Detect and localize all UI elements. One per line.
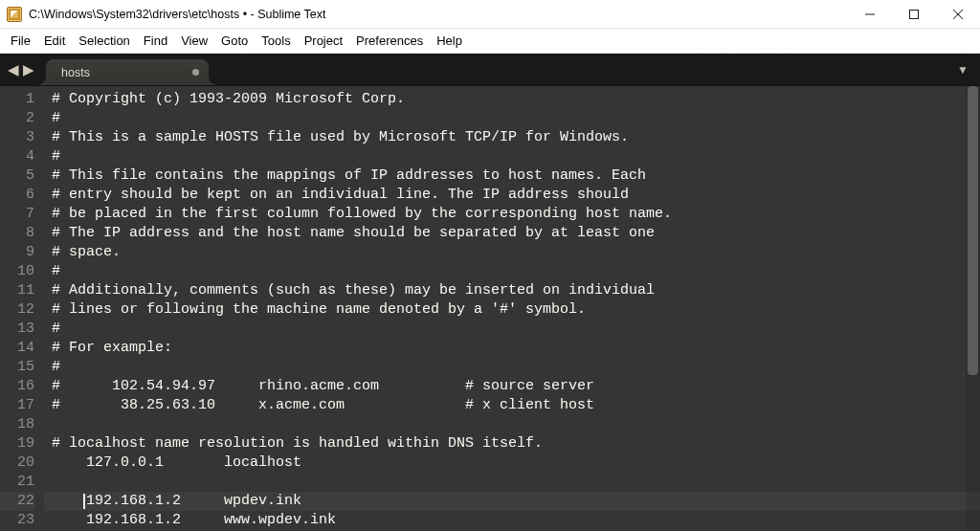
code-line[interactable]: # For example: — [44, 339, 980, 358]
code-line[interactable]: # This is a sample HOSTS file used by Mi… — [44, 128, 980, 147]
code-line[interactable]: # Copyright (c) 1993-2009 Microsoft Corp… — [44, 90, 980, 109]
line-number: 1 — [0, 90, 34, 109]
line-number: 23 — [0, 511, 34, 530]
close-icon — [953, 10, 963, 19]
code-line[interactable]: # 38.25.63.10 x.acme.com # x client host — [44, 396, 980, 415]
tab-nav-arrows: ◀ ▶ — [4, 62, 44, 77]
code-line[interactable]: # lines or following the machine name de… — [44, 300, 980, 320]
menu-help[interactable]: Help — [430, 32, 469, 50]
code-line[interactable]: # — [44, 358, 980, 377]
scroll-thumb[interactable] — [968, 86, 978, 375]
code-line[interactable]: 192.168.1.2 wpdev.ink — [44, 492, 980, 511]
window-title: C:\Windows\System32\drivers\etc\hosts • … — [29, 8, 326, 21]
line-number: 8 — [0, 224, 34, 243]
line-number: 19 — [0, 434, 34, 454]
code-line[interactable]: # localhost name resolution is handled w… — [44, 434, 980, 454]
code-line[interactable]: # Additionally, comments (such as these)… — [44, 281, 980, 300]
line-number: 17 — [0, 396, 34, 415]
code-line[interactable]: # entry should be kept on an individual … — [44, 186, 980, 205]
line-number: 13 — [0, 320, 34, 339]
menu-file[interactable]: File — [4, 32, 37, 50]
line-number: 10 — [0, 262, 34, 281]
editor[interactable]: 1234567891011121314151617181920212223 # … — [0, 86, 980, 531]
minimize-button[interactable] — [848, 0, 892, 28]
tab-label: hosts — [61, 66, 90, 79]
line-number-gutter: 1234567891011121314151617181920212223 — [0, 86, 44, 531]
menu-tools[interactable]: Tools — [255, 32, 297, 50]
line-number: 14 — [0, 339, 34, 358]
line-number: 15 — [0, 358, 34, 377]
menu-find[interactable]: Find — [137, 32, 174, 50]
tab-overflow-icon[interactable]: ▼ — [957, 63, 976, 77]
tab-nav-back-icon[interactable]: ◀ — [8, 62, 19, 77]
line-number: 5 — [0, 166, 34, 186]
maximize-icon — [909, 10, 919, 19]
code-line[interactable]: # space. — [44, 243, 980, 262]
code-line[interactable]: # 102.54.94.97 rhino.acme.com # source s… — [44, 377, 980, 396]
menu-preferences[interactable]: Preferences — [349, 32, 430, 50]
menu-bar: FileEditSelectionFindViewGotoToolsProjec… — [0, 29, 980, 54]
line-number: 20 — [0, 454, 34, 473]
menu-edit[interactable]: Edit — [37, 32, 72, 50]
line-number: 9 — [0, 243, 34, 262]
line-number: 6 — [0, 186, 34, 205]
line-number: 12 — [0, 300, 34, 320]
maximize-button[interactable] — [892, 0, 936, 28]
menu-selection[interactable]: Selection — [72, 32, 136, 50]
code-line[interactable]: # — [44, 147, 980, 166]
tab-nav-forward-icon[interactable]: ▶ — [23, 62, 34, 77]
vertical-scrollbar[interactable] — [966, 86, 980, 531]
code-line[interactable]: # be placed in the first column followed… — [44, 205, 980, 224]
svg-rect-1 — [910, 10, 919, 18]
line-number: 11 — [0, 281, 34, 300]
line-number: 22 — [0, 492, 34, 511]
line-number: 2 — [0, 109, 34, 128]
code-line[interactable]: # — [44, 262, 980, 281]
line-number: 18 — [0, 415, 34, 434]
code-line[interactable]: # This file contains the mappings of IP … — [44, 166, 980, 186]
tab-bar: ◀ ▶ hosts ▼ — [0, 54, 980, 86]
menu-goto[interactable]: Goto — [214, 32, 255, 50]
window-titlebar: C:\Windows\System32\drivers\etc\hosts • … — [0, 0, 980, 29]
code-line[interactable]: 127.0.0.1 localhost — [44, 454, 980, 473]
close-button[interactable] — [936, 0, 980, 28]
app-icon — [7, 7, 22, 22]
code-line[interactable] — [44, 415, 980, 434]
code-line[interactable] — [44, 473, 980, 492]
code-line[interactable]: # — [44, 320, 980, 339]
code-line[interactable]: # The IP address and the host name shoul… — [44, 224, 980, 243]
code-line[interactable]: 192.168.1.2 www.wpdev.ink — [44, 511, 980, 530]
line-number: 21 — [0, 473, 34, 492]
line-number: 16 — [0, 377, 34, 396]
menu-project[interactable]: Project — [298, 32, 349, 50]
window-controls — [848, 0, 980, 28]
line-number: 3 — [0, 128, 34, 147]
dirty-indicator-icon — [192, 69, 199, 76]
line-number: 4 — [0, 147, 34, 166]
menu-view[interactable]: View — [174, 32, 214, 50]
tab-hosts[interactable]: hosts — [46, 59, 209, 85]
minimize-icon — [865, 10, 875, 19]
line-number: 7 — [0, 205, 34, 224]
code-area[interactable]: # Copyright (c) 1993-2009 Microsoft Corp… — [44, 86, 980, 531]
code-line[interactable]: # — [44, 109, 980, 128]
text-cursor — [83, 494, 85, 509]
